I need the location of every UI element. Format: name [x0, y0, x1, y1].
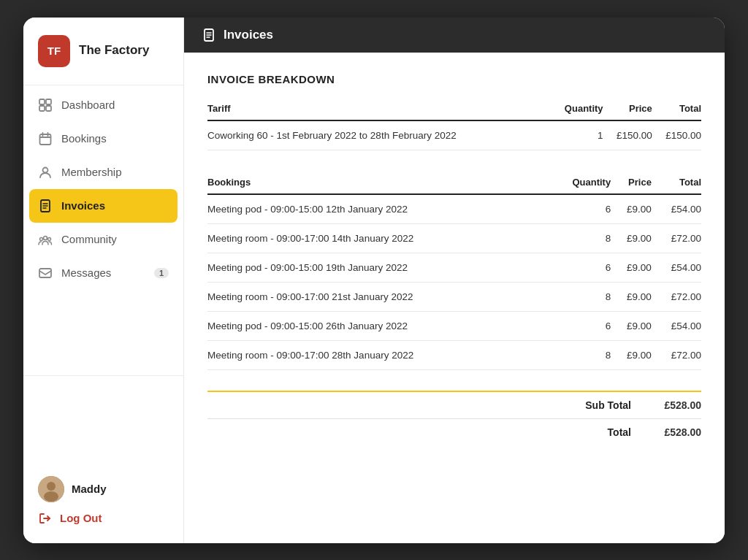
- booking-price: £9.00: [611, 311, 652, 340]
- topbar-invoices-icon: [202, 28, 216, 42]
- booking-row: Meeting room - 09:00-17:00 21st January …: [207, 282, 701, 311]
- topbar: Invoices: [184, 18, 725, 53]
- dashboard-label: Dashboard: [61, 99, 115, 111]
- booking-qty: 8: [547, 282, 611, 311]
- sidebar-item-community[interactable]: Community: [23, 223, 183, 256]
- tariff-qty-header: Quantity: [550, 97, 603, 120]
- total-row: Total £528.00: [207, 418, 701, 445]
- bookings-total-header: Total: [652, 171, 701, 194]
- sidebar-item-dashboard[interactable]: Dashboard: [23, 88, 183, 122]
- membership-label: Membership: [61, 166, 122, 178]
- booking-qty: 6: [547, 194, 611, 224]
- totals-table: Sub Total £528.00 Total £528.00: [207, 391, 701, 445]
- tariff-price-header: Price: [603, 97, 652, 120]
- booking-row: Meeting pod - 09:00-15:00 26th January 2…: [207, 311, 701, 340]
- tariff-col-header: Tariff: [207, 97, 550, 120]
- booking-total: £72.00: [652, 223, 701, 253]
- user-row: Maddy: [38, 476, 169, 502]
- booking-qty: 6: [547, 311, 611, 340]
- logout-label: Log Out: [60, 512, 102, 524]
- booking-row: Meeting room - 09:00-17:00 14th January …: [207, 223, 701, 253]
- community-icon: [38, 232, 53, 247]
- user-name: Maddy: [72, 483, 107, 495]
- svg-point-8: [40, 237, 43, 240]
- svg-rect-10: [39, 269, 51, 277]
- booking-total: £72.00: [652, 282, 701, 311]
- booking-row: Meeting pod - 09:00-15:00 19th January 2…: [207, 253, 701, 282]
- sidebar-item-bookings[interactable]: Bookings: [23, 122, 183, 156]
- booking-qty: 8: [547, 340, 611, 369]
- booking-total: £72.00: [652, 340, 701, 369]
- booking-desc: Meeting room - 09:00-17:00 14th January …: [207, 223, 547, 253]
- booking-desc: Meeting pod - 09:00-15:00 12th January 2…: [207, 194, 547, 224]
- tariff-qty: 1: [550, 120, 603, 150]
- sidebar-item-membership[interactable]: Membership: [23, 156, 183, 189]
- membership-icon: [38, 165, 53, 180]
- messages-icon: [38, 266, 53, 280]
- booking-price: £9.00: [611, 223, 652, 253]
- app-window: TF The Factory Dashboard: [23, 18, 725, 543]
- avatar-image: [38, 476, 64, 502]
- subtotal-label: Sub Total: [207, 391, 643, 419]
- main-content: Invoices INVOICE BREAKDOWN Tariff Quanti…: [184, 18, 725, 543]
- logout-icon: [38, 511, 53, 526]
- invoices-icon: [38, 199, 53, 213]
- total-value: £528.00: [643, 418, 701, 445]
- section-title: INVOICE BREAKDOWN: [207, 73, 701, 85]
- booking-desc: Meeting room - 09:00-17:00 21st January …: [207, 282, 547, 311]
- tariff-name: Coworking 60 - 1st February 2022 to 28th…: [207, 120, 550, 150]
- svg-point-9: [48, 237, 51, 240]
- svg-point-13: [44, 491, 58, 502]
- booking-desc: Meeting room - 09:00-17:00 28th January …: [207, 340, 547, 369]
- booking-price: £9.00: [611, 253, 652, 282]
- booking-total: £54.00: [652, 194, 701, 224]
- svg-rect-4: [40, 134, 51, 145]
- svg-rect-2: [39, 106, 45, 111]
- bookings-qty-header: Quantity: [547, 171, 611, 194]
- tariff-price: £150.00: [603, 120, 652, 150]
- sidebar: TF The Factory Dashboard: [23, 18, 184, 543]
- svg-rect-1: [46, 99, 51, 104]
- booking-row: Meeting pod - 09:00-15:00 12th January 2…: [207, 194, 701, 224]
- svg-point-12: [47, 482, 56, 491]
- booking-price: £9.00: [611, 282, 652, 311]
- booking-price: £9.00: [611, 340, 652, 369]
- svg-rect-3: [46, 106, 51, 111]
- booking-desc: Meeting pod - 09:00-15:00 26th January 2…: [207, 311, 547, 340]
- sidebar-item-messages[interactable]: Messages 1: [23, 256, 183, 290]
- sidebar-item-invoices[interactable]: Invoices: [29, 189, 178, 223]
- booking-qty: 8: [547, 223, 611, 253]
- svg-point-7: [44, 236, 47, 239]
- bookings-table: Bookings Quantity Price Total Meeting po…: [207, 171, 701, 370]
- community-label: Community: [61, 233, 117, 245]
- bookings-col-header: Bookings: [207, 171, 547, 194]
- content-area: INVOICE BREAKDOWN Tariff Quantity Price …: [184, 53, 725, 543]
- subtotal-row: Sub Total £528.00: [207, 391, 701, 419]
- tariff-total: £150.00: [652, 120, 701, 150]
- dashboard-icon: [38, 98, 53, 112]
- logo-avatar: TF: [38, 35, 70, 67]
- bookings-label: Bookings: [61, 132, 107, 145]
- tariff-table: Tariff Quantity Price Total Coworking 60…: [207, 97, 701, 150]
- logout-button[interactable]: Log Out: [38, 511, 169, 526]
- divider-bottom: [23, 375, 183, 376]
- avatar: [38, 476, 64, 502]
- bookings-icon: [38, 131, 53, 146]
- booking-row: Meeting room - 09:00-17:00 28th January …: [207, 340, 701, 369]
- subtotal-value: £528.00: [643, 391, 701, 419]
- total-label: Total: [207, 418, 643, 445]
- app-name: The Factory: [79, 43, 149, 58]
- booking-total: £54.00: [652, 253, 701, 282]
- booking-total: £54.00: [652, 311, 701, 340]
- booking-qty: 6: [547, 253, 611, 282]
- tariff-total-header: Total: [652, 97, 701, 120]
- svg-rect-0: [39, 99, 45, 104]
- messages-label: Messages: [61, 266, 111, 279]
- sidebar-bottom: Maddy Log Out: [23, 464, 183, 543]
- topbar-title: Invoices: [224, 28, 273, 42]
- svg-point-5: [43, 167, 48, 172]
- booking-price: £9.00: [611, 194, 652, 224]
- invoices-label: Invoices: [61, 199, 105, 212]
- bookings-price-header: Price: [611, 171, 652, 194]
- booking-desc: Meeting pod - 09:00-15:00 19th January 2…: [207, 253, 547, 282]
